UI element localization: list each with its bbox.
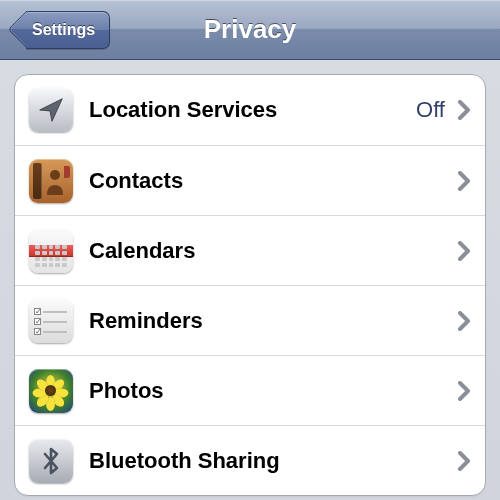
calendar-icon xyxy=(29,229,73,273)
chevron-right-icon xyxy=(457,381,471,401)
chevron-right-icon xyxy=(457,100,471,120)
svg-point-0 xyxy=(50,170,60,180)
row-location-services[interactable]: Location Services Off xyxy=(15,75,485,145)
chevron-right-icon xyxy=(457,451,471,471)
row-contacts[interactable]: Contacts xyxy=(15,145,485,215)
location-arrow-icon xyxy=(29,88,73,132)
row-label: Reminders xyxy=(89,308,457,334)
row-photos[interactable]: Photos xyxy=(15,355,485,425)
row-label: Photos xyxy=(89,378,457,404)
chevron-right-icon xyxy=(457,241,471,261)
content-area: Location Services Off Contacts Calendars xyxy=(0,60,500,500)
row-calendars[interactable]: Calendars xyxy=(15,215,485,285)
row-bluetooth-sharing[interactable]: Bluetooth Sharing xyxy=(15,425,485,495)
back-button-label: Settings xyxy=(32,21,95,39)
row-label: Location Services xyxy=(89,97,416,123)
row-value: Off xyxy=(416,97,445,123)
sunflower-photos-icon xyxy=(29,369,73,413)
chevron-right-icon xyxy=(457,311,471,331)
row-label: Contacts xyxy=(89,168,457,194)
row-label: Bluetooth Sharing xyxy=(89,448,457,474)
back-button[interactable]: Settings xyxy=(26,11,110,49)
settings-group: Location Services Off Contacts Calendars xyxy=(14,74,486,496)
bluetooth-icon xyxy=(29,439,73,483)
navigation-bar: Settings Privacy xyxy=(0,0,500,60)
chevron-right-icon xyxy=(457,171,471,191)
reminders-list-icon xyxy=(29,299,73,343)
contacts-book-icon xyxy=(29,159,73,203)
row-label: Calendars xyxy=(89,238,457,264)
row-reminders[interactable]: Reminders xyxy=(15,285,485,355)
